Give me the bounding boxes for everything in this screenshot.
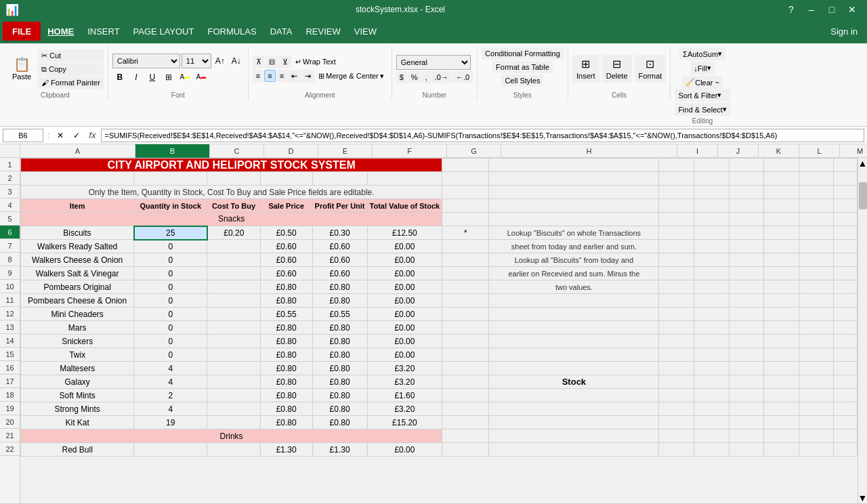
data-menu[interactable]: DATA: [263, 22, 299, 41]
col-header-a[interactable]: A: [20, 144, 135, 158]
minimize-button[interactable]: –: [802, 2, 821, 17]
format-cells-button[interactable]: ⊡ Format: [635, 55, 667, 83]
sale-cell[interactable]: £0.80: [260, 402, 312, 416]
col-header-k[interactable]: K: [759, 144, 799, 158]
cell-reference-box[interactable]: B6: [3, 129, 43, 142]
col-header-h[interactable]: H: [501, 144, 677, 158]
sale-cell[interactable]: £0.55: [260, 308, 312, 321]
item-cell[interactable]: Red Bull: [21, 443, 134, 457]
row-num-11[interactable]: 11: [0, 293, 20, 307]
item-cell[interactable]: Kit Kat: [21, 416, 134, 429]
sale-cell[interactable]: £0.80: [260, 389, 312, 402]
col-header-e[interactable]: E: [318, 144, 373, 158]
format-painter-button[interactable]: 🖌 Format Painter: [38, 77, 104, 89]
maximize-button[interactable]: □: [822, 2, 841, 17]
qty-cell[interactable]: 19: [134, 416, 207, 429]
autosum-button[interactable]: Σ AutoSum ▾: [679, 47, 725, 60]
decrease-font-button[interactable]: A↓: [229, 54, 244, 68]
sale-cell[interactable]: £0.80: [260, 375, 312, 389]
font-color-button[interactable]: A▬: [194, 70, 209, 85]
sale-cell[interactable]: £0.80: [260, 321, 312, 335]
close-button[interactable]: ✕: [843, 2, 862, 17]
cost-cell[interactable]: £0.20: [207, 226, 261, 240]
indent-increase-button[interactable]: ⇥: [301, 70, 314, 83]
qty-cell[interactable]: 0: [134, 240, 207, 253]
cost-cell[interactable]: [207, 280, 261, 294]
sort-filter-button[interactable]: Sort & Filter ▾: [675, 89, 729, 102]
qty-cell[interactable]: 0: [134, 294, 207, 308]
sale-cell[interactable]: £0.60: [260, 267, 312, 280]
fill-color-button[interactable]: A▬: [177, 70, 192, 85]
row-num-15[interactable]: 15: [0, 348, 20, 361]
item-cell[interactable]: Mars: [21, 321, 134, 335]
row-num-3[interactable]: 3: [0, 185, 20, 198]
cost-cell[interactable]: [207, 443, 261, 457]
row-num-13[interactable]: 13: [0, 320, 20, 334]
qty-cell[interactable]: 4: [134, 375, 207, 389]
row-num-7[interactable]: 7: [0, 239, 20, 253]
comma-button[interactable]: ,: [422, 71, 431, 83]
sale-cell[interactable]: £0.80: [260, 335, 312, 348]
wrap-text-button[interactable]: ↵ Wrap Text: [292, 56, 339, 68]
col-header-c[interactable]: C: [210, 144, 264, 158]
cost-cell[interactable]: [207, 402, 261, 416]
help-button[interactable]: ?: [782, 2, 801, 17]
page-layout-menu[interactable]: PAGE LAYOUT: [127, 22, 201, 41]
confirm-formula-button[interactable]: ✓: [70, 129, 83, 142]
item-cell[interactable]: Soft Mints: [21, 389, 134, 402]
item-cell[interactable]: Walkers Ready Salted: [21, 240, 134, 253]
sale-cell[interactable]: £0.80: [260, 348, 312, 362]
cost-cell[interactable]: [207, 308, 261, 321]
qty-cell[interactable]: 2: [134, 389, 207, 402]
cost-cell[interactable]: [207, 294, 261, 308]
item-cell[interactable]: Twix: [21, 348, 134, 362]
sale-cell[interactable]: £0.80: [260, 416, 312, 429]
vertical-scrollbar[interactable]: ▲ ▼: [858, 158, 867, 503]
row-num-9[interactable]: 9: [0, 266, 20, 280]
align-center-button[interactable]: ≡: [264, 70, 275, 82]
qty-cell[interactable]: 25: [134, 226, 207, 240]
sale-cell[interactable]: £0.60: [260, 240, 312, 253]
item-cell[interactable]: Strong Mints: [21, 402, 134, 416]
align-bottom-button[interactable]: ⊻: [279, 56, 291, 68]
row-num-10[interactable]: 10: [0, 280, 20, 293]
decimal-decrease-button[interactable]: ←.0: [452, 71, 473, 83]
align-right-button[interactable]: ≡: [276, 70, 287, 82]
sale-cell[interactable]: £0.80: [260, 280, 312, 294]
sale-cell[interactable]: £0.50: [260, 226, 312, 240]
dollar-button[interactable]: $: [396, 71, 407, 83]
formulas-menu[interactable]: FORMULAS: [200, 22, 263, 41]
cost-cell[interactable]: [207, 375, 261, 389]
row-num-20[interactable]: 20: [0, 415, 20, 429]
row-num-19[interactable]: 19: [0, 402, 20, 415]
cancel-formula-button[interactable]: ✕: [54, 129, 67, 142]
cost-cell[interactable]: [207, 240, 261, 253]
col-header-d[interactable]: D: [264, 144, 318, 158]
align-top-button[interactable]: ⊼: [253, 56, 265, 68]
item-cell[interactable]: Pombears Original: [21, 280, 134, 294]
row-num-5[interactable]: 5: [0, 212, 20, 226]
col-header-m[interactable]: M: [840, 144, 867, 158]
sale-cell[interactable]: £0.60: [260, 253, 312, 267]
review-menu[interactable]: REVIEW: [299, 22, 347, 41]
number-format-select[interactable]: General: [396, 55, 471, 70]
delete-cells-button[interactable]: ⊟ Delete: [602, 55, 632, 83]
row-num-21[interactable]: 21: [0, 429, 20, 442]
item-cell[interactable]: Mini Cheaders: [21, 308, 134, 321]
qty-cell[interactable]: 0: [134, 253, 207, 267]
col-header-f[interactable]: F: [373, 144, 447, 158]
underline-button[interactable]: U: [145, 70, 160, 85]
clear-button[interactable]: 🧹 Clear ~: [682, 76, 723, 89]
col-header-i[interactable]: I: [677, 144, 718, 158]
view-menu[interactable]: VIEW: [347, 22, 383, 41]
row-num-12[interactable]: 12: [0, 307, 20, 320]
row-num-22[interactable]: 22: [0, 442, 20, 456]
cost-cell[interactable]: [207, 416, 261, 429]
item-cell[interactable]: Biscuits: [21, 226, 134, 240]
insert-menu[interactable]: INSERT: [81, 22, 126, 41]
align-middle-button[interactable]: ⊟: [266, 56, 278, 68]
row-num-18[interactable]: 18: [0, 388, 20, 402]
font-name-select[interactable]: Calibri: [112, 54, 180, 68]
fill-button[interactable]: ↓ Fill ▾: [690, 62, 715, 75]
grid-area[interactable]: CITY AIRPORT AND HELIPORT STOCK SYSTEMOn…: [20, 158, 858, 503]
